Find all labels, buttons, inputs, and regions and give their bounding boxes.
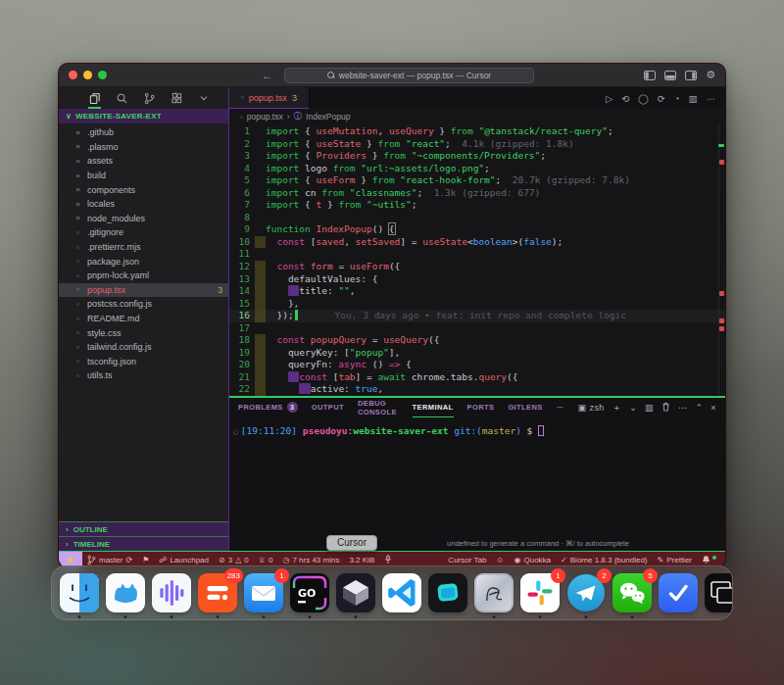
tree-item-README.md[interactable]: ▫README.md [59,312,228,326]
tree-item-.plasmo[interactable]: ».plasmo [59,140,228,155]
panel-tab-gitlens[interactable]: GITLENS [508,398,542,417]
tab-popup-tsx[interactable]: ▫ popup.tsx 3 [229,87,310,109]
dock-app-rss-fox[interactable] [106,573,145,612]
line-number: 22 [229,383,255,396]
gutter-change-marker [255,334,266,347]
tree-item-components[interactable]: »components [59,182,228,197]
more-actions-icon[interactable]: ⋯ [707,93,716,104]
breadcrumb-symbol[interactable]: IndexPopup [306,112,350,122]
more-actions[interactable]: ⋯ [678,403,687,413]
gutter-change-marker [255,261,266,273]
shell-select[interactable]: ▣zsh [578,403,605,413]
record-icon[interactable]: ◯ [638,93,649,104]
dock-app-reeder[interactable]: 283 [198,573,237,612]
dock-app-things[interactable] [659,573,698,612]
minimize-window-button[interactable] [83,71,92,79]
dock-app-calendar-dark[interactable] [428,573,467,612]
panel-more-icon[interactable]: ⋯ [557,398,564,417]
dock-app-vscode[interactable] [382,573,421,612]
panel-tab-output[interactable]: OUTPUT [312,398,344,417]
panel-tab-label: GITLENS [508,403,542,412]
split-terminal[interactable]: ▥ [645,403,654,413]
tree-item-postcss.config.js[interactable]: ▫postcss.config.js [59,297,228,312]
step-forward-icon[interactable]: ⟳ [658,93,665,104]
ruler-mark [719,326,724,331]
tree-item-pnpm-lock.yaml[interactable]: ▫pnpm-lock.yaml [59,269,228,283]
code-line-20: 20 queryFn: async () => { [229,359,725,371]
command-decoration-icon: ○ [233,427,238,436]
gutter-change-marker [255,199,266,212]
tree-item-build[interactable]: »build [59,169,228,183]
panel-tab-label: PORTS [467,403,495,412]
command-center-search[interactable]: website-saver-ext — popup.tsx — Cursor [284,68,534,83]
explorer-icon[interactable] [88,87,101,109]
code-text: title: "", [266,285,356,298]
code-text: import { useState } from "react"; 4.1k (… [266,138,574,151]
tree-item-assets[interactable]: »assets [59,154,228,169]
gutter-change-marker [255,150,266,163]
dock-app-sketch[interactable] [474,573,514,612]
problems-count-badge: 3 [287,402,298,413]
file-icon: ▫ [74,228,82,237]
toggle-panel-icon[interactable] [664,71,676,80]
tree-item-tsconfig.json[interactable]: ▫tsconfig.json [59,355,228,369]
tree-item-node_modules[interactable]: »node_modules [59,212,228,226]
run-icon[interactable]: ▷ [606,93,612,104]
outline-section-header[interactable]: › OUTLINE [59,521,228,536]
dock-app-windows-stack[interactable] [705,573,733,612]
timeline-label: TIMELINE [74,540,110,549]
chevron-down-icon[interactable] [198,87,210,109]
close-window-button[interactable] [69,71,77,79]
terminal[interactable]: ○[19:11:20] pseudoyu:website-saver-ext g… [229,417,725,551]
panel-tab-problems[interactable]: PROBLEMS3 [238,398,298,417]
new-terminal[interactable]: ＋ [612,402,621,415]
panel-tab-terminal[interactable]: TERMINAL [413,398,454,417]
timeline-section-header[interactable]: › TIMELINE [59,536,228,551]
search-icon[interactable] [116,87,128,109]
tree-item-popup.tsx[interactable]: ▫popup.tsx3 [59,283,228,298]
dock-app-mail[interactable]: 1 [244,573,283,612]
split-editor-icon[interactable]: ▥ [689,93,698,104]
tree-item-locales[interactable]: »locales [59,197,228,212]
explorer-root-header[interactable]: ∨ WEBSITE-SAVER-EXT [59,109,228,123]
dock-app-waveform[interactable] [152,573,191,612]
branch-icon [87,555,96,565]
step-back-icon[interactable]: ⟲ [621,93,629,104]
chevron-down-icon: ∨ [66,112,72,121]
dock-app-wechat[interactable]: 5 [612,573,652,612]
terminal-dropdown[interactable]: ⌄ [629,403,637,413]
zoom-window-button[interactable] [98,71,107,79]
maximize-panel[interactable]: ⌃ [695,403,703,413]
toggle-secondary-sidebar-icon[interactable] [685,71,697,80]
close-panel[interactable]: × [710,403,716,413]
tree-item-style.css[interactable]: ▫style.css [59,325,228,340]
tree-item-.github[interactable]: ».github [59,125,228,140]
tree-item-tailwind.config.js[interactable]: ▫tailwind.config.js [59,340,228,355]
toggle-sidebar-icon[interactable] [644,71,656,80]
back-icon[interactable]: ← [262,70,272,81]
settings-gear-icon[interactable]: ⚙ [706,70,715,80]
kill-terminal[interactable] [662,402,670,414]
dock-app-goland[interactable]: GO [290,573,329,612]
panel-tab-debug-console[interactable]: DEBUG CONSOLE [358,398,399,417]
panel-actions: ▣zsh＋⌄▥⋯⌃× [578,398,716,417]
dock-app-cursor[interactable] [336,573,375,612]
tree-item-package.json[interactable]: ▫package.json [59,254,228,269]
line-number: 13 [229,273,255,286]
panel-tab-ports[interactable]: PORTS [467,398,495,417]
code-line-11: 11 [229,248,725,261]
dock-app-slack[interactable]: 1 [520,573,560,612]
dock-app-telegram[interactable]: 2 [566,573,606,612]
dock-app-finder[interactable] [60,573,99,612]
code-editor[interactable]: 1import { useMutation, useQuery } from "… [229,124,725,396]
gutter-change-marker [255,359,266,371]
tree-item-.gitignore[interactable]: ▫.gitignore [59,225,228,240]
tree-item-utils.ts[interactable]: ▫utils.ts [59,368,228,383]
tree-item-.prettierrc.mjs[interactable]: ▫.prettierrc.mjs [59,240,228,255]
extensions-icon[interactable] [171,87,183,109]
running-indicator [124,615,127,618]
breadcrumb-file[interactable]: popup.tsx [247,112,283,122]
history-icon[interactable]: ◔ [674,93,680,104]
source-control-icon[interactable] [143,87,156,109]
code-line-21: 21 const [tab] = await chrome.tabs.query… [229,371,725,384]
